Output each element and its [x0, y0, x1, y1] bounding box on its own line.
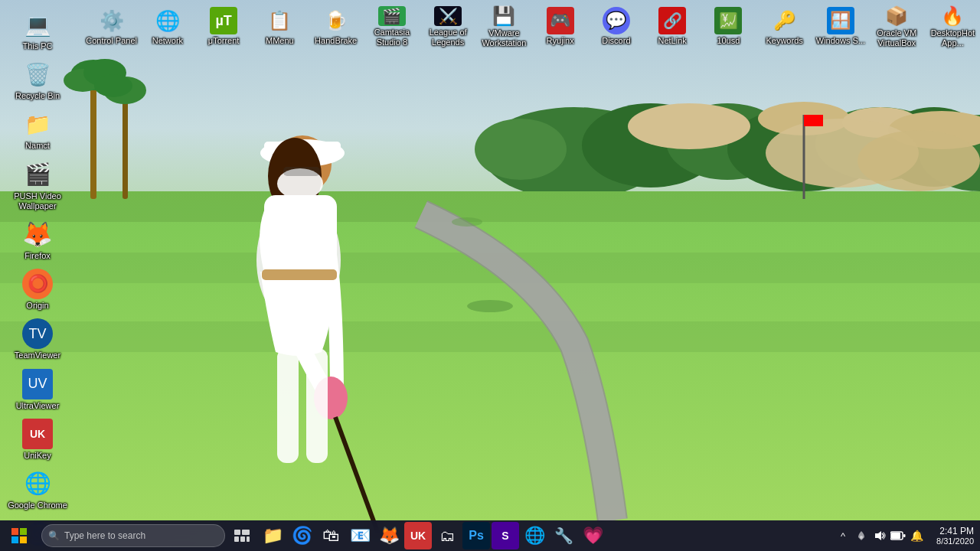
taskbar-firefox[interactable]: 🦊	[375, 522, 403, 549]
taskbar-gray-app[interactable]: 🔧	[550, 522, 577, 549]
desktop-icon-desktophot[interactable]: 🔥 DesktopHot App...	[926, 3, 980, 51]
taskbar-app8[interactable]: S	[492, 522, 519, 549]
desktop-icon-keywords[interactable]: 🔑 Keywords	[757, 3, 812, 51]
svg-point-34	[314, 377, 348, 419]
desktop-icon-chrome[interactable]: 🌐 Google Chrome	[3, 465, 72, 514]
desktop-icon-windows-s[interactable]: 🪟 Windows S...	[813, 3, 867, 51]
desktop-icon-ryujinx[interactable]: 🎮 Ryujinx	[533, 3, 587, 51]
svg-rect-36	[262, 269, 337, 280]
desktop-icon-netlink[interactable]: 🔗 NetLink	[645, 3, 700, 51]
svg-rect-18	[0, 321, 980, 352]
desktop-icon-ultraviewer[interactable]: UV UltraViewer	[3, 366, 72, 414]
svg-rect-47	[234, 530, 240, 535]
desktop-icon-recycle-bin[interactable]: 🗑️ Recycle Bin	[3, 56, 72, 104]
desktop-icon-10usd[interactable]: 💹 10usd	[701, 3, 756, 51]
desktop-icon-network[interactable]: 🌐 Network	[140, 3, 194, 51]
svg-point-20	[452, 217, 482, 227]
svg-rect-56	[903, 534, 906, 537]
search-icon-taskbar: 🔍	[48, 530, 60, 541]
taskbar-app6[interactable]: 🗂	[433, 522, 461, 549]
desktop-icon-oracle-vm[interactable]: 📦 Oracle VM VirtualBox	[870, 3, 924, 51]
desktop-icon-control-panel[interactable]: ⚙️ Control Panel	[84, 3, 139, 51]
desktop-icon-teamviewer[interactable]: TV TeamViewer	[3, 315, 72, 364]
desktop-icon-mmenu[interactable]: 📋 MMenu	[253, 3, 307, 51]
desktop-icon-vmware[interactable]: 💾 VMware Workstation	[477, 3, 531, 51]
svg-marker-53	[875, 531, 881, 540]
svg-point-19	[467, 300, 513, 312]
tray-volume-icon[interactable]	[872, 520, 887, 551]
tray-battery-icon[interactable]	[890, 520, 906, 551]
taskview-button[interactable]	[228, 520, 256, 551]
wallpaper	[0, 0, 980, 551]
search-placeholder: Type here to search	[64, 530, 145, 541]
desktop-icon-namct[interactable]: 📁 Namct	[3, 106, 72, 154]
desktop-icons-left: 💻 This PC 🗑️ Recycle Bin 📁 Namct 🎬 PUSH …	[0, 0, 84, 536]
svg-rect-51	[247, 536, 250, 542]
taskbar-unikey[interactable]: UK	[404, 522, 432, 549]
clock[interactable]: 2:41 PM 8/31/2020	[930, 520, 980, 551]
desktop-icon-this-pc[interactable]: 💻 This PC	[3, 6, 72, 54]
svg-rect-48	[242, 530, 250, 535]
svg-rect-45	[11, 536, 18, 543]
svg-rect-16	[0, 191, 980, 222]
tray-notifications[interactable]: 🔔	[909, 520, 924, 551]
desktop-icon-push-video[interactable]: 🎬 PUSH Video Wallpaper	[3, 156, 72, 214]
desktop-icon-firefox[interactable]: 🦊 Firefox	[3, 216, 72, 264]
svg-rect-17	[0, 253, 980, 283]
svg-rect-37	[277, 348, 299, 463]
svg-point-52	[860, 536, 863, 539]
taskbar-apps: 📁 🌀 🛍 📧 🦊 UK 🗂 Ps S 🌐 🔧 💗	[256, 520, 829, 551]
svg-rect-44	[20, 528, 27, 535]
taskbar-ps[interactable]: Ps	[462, 522, 490, 549]
desktop-icon-camtasia[interactable]: 🎬 Camtasia Studio 8	[364, 3, 419, 51]
svg-rect-33	[264, 195, 337, 272]
start-button[interactable]	[0, 520, 38, 551]
taskbar-edge[interactable]: 🌀	[288, 522, 315, 549]
desktop-icon-handbrake[interactable]: 🍺 HandBrake	[309, 3, 363, 51]
desktop-icon-league[interactable]: ⚔️ League of Legends	[421, 3, 475, 51]
desktop-icons-top: ⚙️ Control Panel 🌐 Network µT μTorrent 📋…	[84, 0, 980, 54]
clock-date: 8/31/2020	[936, 536, 974, 546]
desktop-icon-discord[interactable]: 💬 Discord	[589, 3, 643, 51]
tray-show-hidden[interactable]: ^	[835, 520, 851, 551]
taskbar-mail[interactable]: 📧	[346, 522, 374, 549]
svg-line-35	[335, 417, 379, 536]
taskbar-pink-app[interactable]: 💗	[579, 522, 606, 549]
svg-rect-43	[11, 528, 18, 535]
search-bar[interactable]: 🔍 Type here to search	[41, 524, 225, 547]
system-tray: ^ 🔔	[829, 520, 930, 551]
desktop-icon-utorrent[interactable]: µT μTorrent	[197, 3, 251, 51]
svg-rect-38	[306, 348, 328, 463]
svg-rect-49	[234, 536, 239, 542]
svg-rect-46	[20, 536, 27, 543]
svg-rect-55	[891, 533, 900, 539]
desktop-icon-origin[interactable]: ⭕ Origin	[3, 266, 72, 314]
desktop-icon-unikey[interactable]: UK UniKey	[3, 416, 72, 464]
svg-point-39	[277, 168, 323, 199]
svg-point-28	[256, 195, 341, 325]
tray-network-icon[interactable]	[854, 520, 869, 551]
svg-rect-15	[0, 191, 980, 520]
taskbar-store[interactable]: 🛍	[317, 522, 345, 549]
clock-time: 2:41 PM	[939, 526, 974, 536]
taskbar: 🔍 Type here to search 📁 🌀 🛍 📧 🦊 UK 🗂 Ps …	[0, 520, 980, 551]
svg-rect-40	[283, 167, 320, 176]
taskbar-chrome[interactable]: 🌐	[521, 522, 548, 549]
svg-rect-50	[240, 536, 245, 542]
taskbar-file-explorer[interactable]: 📁	[259, 522, 286, 549]
